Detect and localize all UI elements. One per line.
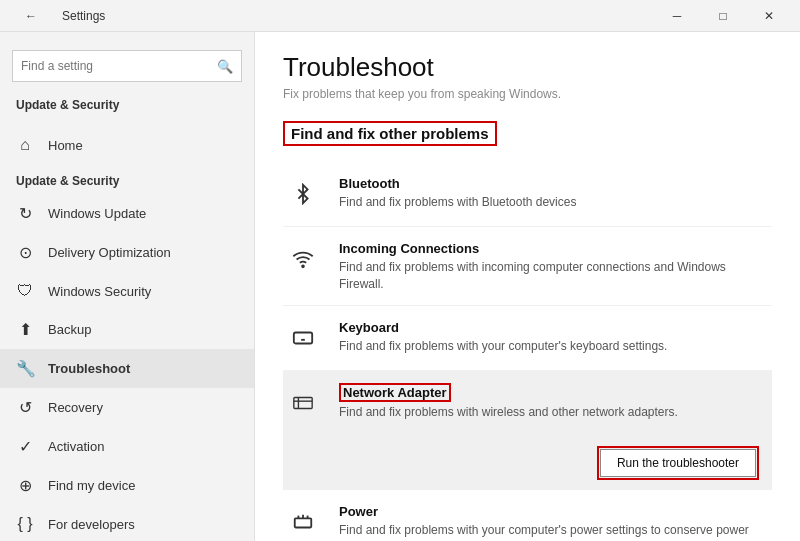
update-security-title: Update & Security: [0, 164, 254, 194]
sidebar-label-windows-security: Windows Security: [48, 284, 151, 299]
ts-text-keyboard: Keyboard Find and fix problems with your…: [339, 318, 772, 355]
ts-desc-incoming-connections: Find and fix problems with incoming comp…: [339, 259, 772, 293]
sidebar-item-activation[interactable]: ✓Activation: [0, 427, 254, 466]
ts-name-keyboard: Keyboard: [339, 320, 399, 335]
ts-icon-power: [283, 502, 323, 541]
backup-icon: ⬆: [16, 320, 34, 339]
sidebar-section-title: Update & Security: [0, 88, 254, 118]
find-my-device-icon: ⊕: [16, 476, 34, 495]
run-troubleshooter-button[interactable]: Run the troubleshooter: [600, 449, 756, 477]
svg-point-0: [302, 265, 304, 267]
section-heading: Find and fix other problems: [283, 121, 497, 146]
ts-name-power: Power: [339, 504, 378, 519]
troubleshoot-icon: 🔧: [16, 359, 34, 378]
ts-text-network-adapter: Network Adapter Find and fix problems wi…: [339, 383, 772, 421]
sidebar-label-for-developers: For developers: [48, 517, 135, 532]
sidebar-item-delivery-optimization[interactable]: ⊙Delivery Optimization: [0, 233, 254, 272]
ts-name-network-adapter: Network Adapter: [339, 383, 451, 402]
sidebar: 🔍 Update & Security ⌂HomeUpdate & Securi…: [0, 32, 255, 541]
delivery-optimization-icon: ⊙: [16, 243, 34, 262]
sidebar-label-recovery: Recovery: [48, 400, 103, 415]
ts-icon-bluetooth: [283, 174, 323, 214]
maximize-button[interactable]: □: [700, 0, 746, 32]
home-icon: ⌂: [16, 136, 34, 154]
sidebar-label-delivery-optimization: Delivery Optimization: [48, 245, 171, 260]
close-button[interactable]: ✕: [746, 0, 792, 32]
titlebar-left: ← Settings: [8, 0, 105, 32]
sidebar-item-label: Home: [48, 138, 83, 153]
ts-item-bluetooth[interactable]: Bluetooth Find and fix problems with Blu…: [283, 162, 772, 227]
troubleshoot-list: Bluetooth Find and fix problems with Blu…: [283, 162, 772, 541]
app-container: 🔍 Update & Security ⌂HomeUpdate & Securi…: [0, 32, 800, 541]
ts-icon-keyboard: [283, 318, 323, 358]
ts-item-incoming-connections[interactable]: Incoming Connections Find and fix proble…: [283, 227, 772, 306]
sidebar-top: 🔍 Update & Security: [0, 32, 254, 126]
titlebar-title: Settings: [62, 9, 105, 23]
ts-text-power: Power Find and fix problems with your co…: [339, 502, 772, 541]
sidebar-item-windows-security[interactable]: 🛡Windows Security: [0, 272, 254, 310]
ts-desc-bluetooth: Find and fix problems with Bluetooth dev…: [339, 194, 772, 211]
svg-rect-12: [295, 518, 312, 527]
activation-icon: ✓: [16, 437, 34, 456]
sidebar-label-windows-update: Windows Update: [48, 206, 146, 221]
windows-security-icon: 🛡: [16, 282, 34, 300]
minimize-button[interactable]: ─: [654, 0, 700, 32]
titlebar-controls: ─ □ ✕: [654, 0, 792, 32]
ts-desc-keyboard: Find and fix problems with your computer…: [339, 338, 772, 355]
sidebar-item-home[interactable]: ⌂Home: [0, 126, 254, 164]
ts-text-bluetooth: Bluetooth Find and fix problems with Blu…: [339, 174, 772, 211]
ts-item-power[interactable]: Power Find and fix problems with your co…: [283, 490, 772, 541]
sidebar-label-find-my-device: Find my device: [48, 478, 135, 493]
for-developers-icon: { }: [16, 515, 34, 533]
ts-expand-row-network-adapter: Run the troubleshooter: [283, 439, 772, 489]
ts-desc-power: Find and fix problems with your computer…: [339, 522, 772, 541]
recovery-icon: ↺: [16, 398, 34, 417]
ts-icon-incoming-connections: [283, 239, 323, 279]
ts-item-keyboard[interactable]: Keyboard Find and fix problems with your…: [283, 306, 772, 371]
sidebar-item-backup[interactable]: ⬆Backup: [0, 310, 254, 349]
sidebar-label-troubleshoot: Troubleshoot: [48, 361, 130, 376]
sidebar-search-box[interactable]: 🔍: [12, 50, 242, 82]
sidebar-item-find-my-device[interactable]: ⊕Find my device: [0, 466, 254, 505]
sidebar-item-for-developers[interactable]: { }For developers: [0, 505, 254, 541]
page-title: Troubleshoot: [283, 52, 772, 83]
sidebar-item-troubleshoot[interactable]: 🔧Troubleshoot: [0, 349, 254, 388]
search-icon: 🔍: [217, 59, 233, 74]
search-input[interactable]: [21, 59, 217, 73]
sidebar-label-backup: Backup: [48, 322, 91, 337]
ts-icon-network-adapter: [283, 383, 323, 423]
sidebar-item-windows-update[interactable]: ↻Windows Update: [0, 194, 254, 233]
ts-name-incoming-connections: Incoming Connections: [339, 241, 479, 256]
sidebar-label-activation: Activation: [48, 439, 104, 454]
svg-rect-9: [294, 397, 312, 408]
titlebar: ← Settings ─ □ ✕: [0, 0, 800, 32]
ts-item-network-adapter[interactable]: Network Adapter Find and fix problems wi…: [283, 371, 772, 490]
ts-text-incoming-connections: Incoming Connections Find and fix proble…: [339, 239, 772, 293]
windows-update-icon: ↻: [16, 204, 34, 223]
back-button[interactable]: ←: [8, 0, 54, 32]
sidebar-item-recovery[interactable]: ↺Recovery: [0, 388, 254, 427]
ts-name-bluetooth: Bluetooth: [339, 176, 400, 191]
main-content: Troubleshoot Fix problems that keep you …: [255, 32, 800, 541]
sidebar-items-container: ⌂HomeUpdate & Security↻Windows Update⊙De…: [0, 126, 254, 541]
ts-desc-network-adapter: Find and fix problems with wireless and …: [339, 404, 772, 421]
page-subtitle: Fix problems that keep you from speaking…: [283, 87, 772, 101]
svg-rect-1: [294, 332, 312, 343]
